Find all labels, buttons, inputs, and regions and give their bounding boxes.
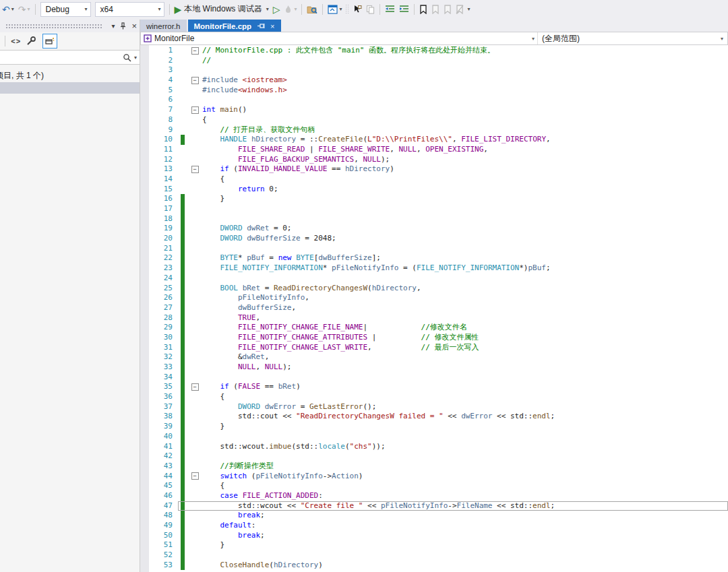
code-line[interactable]: 11 FILE_SHARE_READ | FILE_SHARE_WRITE, N… bbox=[140, 145, 728, 155]
code-line[interactable]: 47 std::wcout << "Create file " << pFile… bbox=[140, 501, 728, 511]
code-text[interactable] bbox=[202, 214, 728, 224]
tab-MonitorFile.cpp[interactable]: MonitorFile.cpp× bbox=[188, 20, 281, 32]
undo-button[interactable]: ↶ ▾ bbox=[1, 2, 16, 17]
code-line[interactable]: 27 dwBufferSize, bbox=[140, 303, 728, 313]
code-text[interactable]: FILE_NOTIFY_CHANGE_ATTRIBUTES | // 修改文件属… bbox=[202, 333, 728, 343]
tab-close-icon[interactable]: × bbox=[270, 22, 274, 30]
code-line[interactable]: 35− if (FALSE == bRet) bbox=[140, 382, 728, 392]
switch-views-button[interactable]: <> bbox=[11, 37, 21, 45]
code-text[interactable]: std::cout << "ReadDirectoryChangesW fail… bbox=[202, 412, 728, 422]
code-line[interactable]: 44− switch (pFileNotifyInfo->Action) bbox=[140, 472, 728, 482]
code-line[interactable]: 37 DWORD dwError = GetLastError(); bbox=[140, 402, 728, 412]
members-dropdown[interactable]: (全局范围) ▾ bbox=[538, 32, 727, 44]
code-text[interactable] bbox=[202, 244, 728, 254]
code-text[interactable]: std::wcout.imbue(std::locale("chs")); bbox=[202, 442, 728, 452]
code-line[interactable]: 16 } bbox=[140, 194, 728, 204]
code-line[interactable]: 9 // 打开目录、获取文件句柄 bbox=[140, 125, 728, 135]
code-text[interactable]: DWORD dwBufferSize = 2048; bbox=[202, 234, 728, 244]
code-text[interactable]: if (FALSE == bRet) bbox=[202, 382, 728, 392]
code-text[interactable]: std::wcout << "Create file " << pFileNot… bbox=[202, 501, 728, 511]
code-text[interactable]: FILE_SHARE_READ | FILE_SHARE_WRITE, NULL… bbox=[202, 145, 728, 155]
code-line[interactable]: 31 FILE_NOTIFY_CHANGE_LAST_WRITE, // 最后一… bbox=[140, 343, 728, 353]
code-text[interactable]: TRUE, bbox=[202, 313, 728, 323]
tab-winerror.h[interactable]: winerror.h bbox=[140, 20, 187, 32]
properties-button[interactable] bbox=[26, 36, 36, 46]
code-text[interactable]: DWORD dwError = GetLastError(); bbox=[202, 402, 728, 412]
toolbar-overflow-icon[interactable]: ▾ bbox=[467, 6, 470, 12]
code-text[interactable] bbox=[202, 204, 728, 214]
code-text[interactable]: default: bbox=[202, 521, 728, 531]
code-line[interactable]: 33 NULL, NULL); bbox=[140, 362, 728, 373]
code-line[interactable]: 5#include<windows.h> bbox=[140, 86, 728, 96]
panel-close-icon[interactable]: × bbox=[131, 23, 137, 30]
code-text[interactable]: switch (pFileNotifyInfo->Action) bbox=[202, 472, 728, 482]
code-line[interactable]: 10 HANDLE hDirectory = ::CreateFile(L"D:… bbox=[140, 135, 728, 145]
code-line[interactable]: 7−int main() bbox=[140, 105, 728, 115]
code-line[interactable]: 53 CloseHandle(hDirectory) bbox=[140, 561, 728, 571]
collapse-region-icon[interactable]: − bbox=[191, 166, 199, 173]
code-text[interactable]: NULL, NULL); bbox=[202, 362, 728, 373]
types-dropdown[interactable]: MonitorFile ▾ bbox=[141, 32, 538, 44]
code-text[interactable] bbox=[202, 451, 728, 462]
panel-menu-chevron-icon[interactable]: ▾ bbox=[111, 23, 115, 30]
code-line[interactable]: 4−#include <iostream> bbox=[140, 75, 728, 86]
code-line[interactable]: 3 bbox=[140, 65, 728, 75]
toggle-bookmark-button[interactable] bbox=[418, 2, 429, 17]
code-text[interactable]: { bbox=[202, 115, 728, 125]
code-text[interactable]: //判断操作类型 bbox=[202, 462, 728, 472]
tab-pin-icon[interactable] bbox=[257, 23, 265, 29]
code-line[interactable]: 48 break; bbox=[140, 511, 728, 521]
code-text[interactable]: int main() bbox=[202, 105, 728, 115]
code-line[interactable]: 45 { bbox=[140, 481, 728, 491]
previous-bookmark-button[interactable] bbox=[430, 2, 441, 17]
code-text[interactable]: FILE_FLAG_BACKUP_SEMANTICS, NULL); bbox=[202, 155, 728, 165]
code-line[interactable]: 1−// MonitorFile.cpp : 此文件包含 "main" 函数。程… bbox=[140, 46, 728, 56]
code-text[interactable] bbox=[202, 95, 728, 105]
code-text[interactable]: break; bbox=[202, 511, 728, 521]
code-text[interactable]: BYTE* pBuf = new BYTE[dwBufferSize]; bbox=[202, 253, 728, 263]
solution-explorer-button[interactable]: ▾ bbox=[326, 2, 343, 17]
code-line[interactable]: 6 bbox=[140, 95, 728, 105]
solution-platform-combo[interactable]: x64 ▾ bbox=[95, 2, 164, 17]
collapse-region-icon[interactable]: − bbox=[191, 472, 199, 480]
redo-button[interactable]: ↷ ▾ bbox=[17, 2, 32, 17]
collapse-region-icon[interactable]: − bbox=[191, 77, 199, 84]
code-line[interactable]: 25 BOOL bRet = ReadDirectoryChangesW(hDi… bbox=[140, 284, 728, 294]
next-bookmark-button[interactable] bbox=[442, 2, 453, 17]
code-text[interactable]: CloseHandle(hDirectory) bbox=[202, 561, 728, 571]
solution-config-combo[interactable]: Debug ▾ bbox=[40, 2, 91, 17]
code-line[interactable]: 26 pFileNotifyInfo, bbox=[140, 293, 728, 303]
code-text[interactable] bbox=[202, 65, 728, 75]
code-line[interactable]: 24 bbox=[140, 274, 728, 284]
start-without-debugging-button[interactable]: ▷ bbox=[272, 2, 282, 17]
hot-reload-button[interactable]: ▾ bbox=[282, 2, 298, 17]
code-text[interactable]: #include<windows.h> bbox=[202, 86, 728, 96]
code-line[interactable]: 17 bbox=[140, 204, 728, 214]
code-text[interactable]: FILE_NOTIFY_INFORMATION* pFileNotifyInfo… bbox=[202, 263, 728, 274]
code-text[interactable] bbox=[202, 550, 728, 561]
search-options-chevron-icon[interactable]: ▾ bbox=[134, 55, 137, 61]
code-text[interactable] bbox=[202, 274, 728, 284]
code-text[interactable]: &dwRet, bbox=[202, 352, 728, 362]
code-line[interactable]: 39 } bbox=[140, 422, 728, 432]
code-text[interactable]: // 打开目录、获取文件句柄 bbox=[202, 125, 728, 135]
decrease-indent-button[interactable] bbox=[384, 2, 396, 17]
code-text[interactable] bbox=[202, 432, 728, 442]
panel-pin-icon[interactable] bbox=[120, 22, 126, 30]
solution-root-node[interactable]: 项目, 共 1 个) bbox=[0, 70, 140, 81]
code-line[interactable]: 32 &dwRet, bbox=[140, 352, 728, 362]
code-line[interactable]: 28 TRUE, bbox=[140, 313, 728, 323]
code-line[interactable]: 22 BYTE* pBuf = new BYTE[dwBufferSize]; bbox=[140, 253, 728, 263]
code-line[interactable]: 12 FILE_FLAG_BACKUP_SEMANTICS, NULL); bbox=[140, 155, 728, 165]
code-text[interactable]: } bbox=[202, 422, 728, 432]
code-line[interactable]: 29 FILE_NOTIFY_CHANGE_FILE_NAME| //修改文件名 bbox=[140, 323, 728, 333]
code-line[interactable]: 2// bbox=[140, 56, 728, 66]
collapse-region-icon[interactable]: − bbox=[191, 106, 199, 114]
preview-selected-items-button[interactable] bbox=[42, 34, 57, 49]
code-line[interactable]: 51 } bbox=[140, 540, 728, 550]
code-line[interactable]: 49 default: bbox=[140, 521, 728, 531]
code-line[interactable]: 13− if (INVALID_HANDLE_VALUE == hDirecto… bbox=[140, 164, 728, 174]
code-text[interactable]: if (INVALID_HANDLE_VALUE == hDirectory) bbox=[202, 164, 728, 174]
panel-drag-handle[interactable] bbox=[5, 24, 102, 29]
code-text[interactable]: { bbox=[202, 392, 728, 402]
